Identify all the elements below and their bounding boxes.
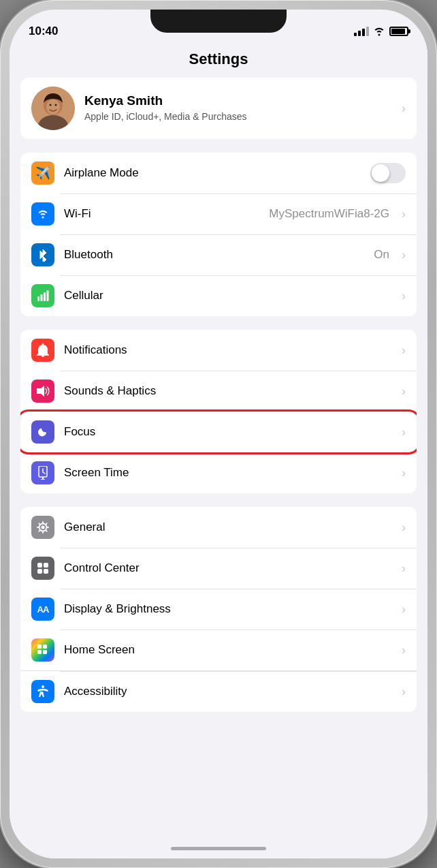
focus-label: Focus	[64, 425, 392, 439]
svg-rect-6	[37, 296, 39, 301]
notifications-section: Notifications › Sounds & Haptics ›	[20, 330, 417, 493]
airplane-toggle[interactable]	[370, 163, 406, 183]
notch	[150, 10, 287, 33]
wifi-label: Wi-Fi	[64, 207, 259, 221]
profile-row[interactable]: Kenya Smith Apple ID, iCloud+, Media & P…	[20, 78, 417, 139]
bluetooth-icon	[31, 243, 54, 266]
accessibility-row[interactable]: Accessibility ›	[20, 670, 417, 712]
cellular-icon	[31, 284, 54, 307]
battery-icon	[389, 27, 408, 36]
general-label: General	[64, 521, 392, 534]
profile-section: Kenya Smith Apple ID, iCloud+, Media & P…	[20, 78, 417, 139]
svg-point-5	[55, 104, 57, 106]
cellular-row[interactable]: Cellular ›	[20, 275, 417, 316]
focus-chevron: ›	[402, 425, 406, 439]
bluetooth-label: Bluetooth	[64, 248, 364, 262]
svg-point-3	[46, 99, 60, 114]
connectivity-section: ✈️ Airplane Mode Wi-Fi MySpectrumWiFia8-…	[20, 153, 417, 316]
phone-screen: 10:40 Settings	[10, 10, 427, 858]
screentime-icon	[31, 461, 54, 484]
svg-rect-16	[37, 563, 42, 568]
svg-rect-18	[37, 569, 42, 574]
notifications-label: Notifications	[64, 343, 392, 357]
control-center-row[interactable]: Control Center ›	[20, 548, 417, 589]
screentime-label: Screen Time	[64, 466, 392, 480]
screen-content[interactable]: Settings	[10, 44, 427, 858]
bluetooth-chevron: ›	[402, 248, 406, 262]
home-indicator	[171, 847, 266, 850]
svg-rect-19	[44, 569, 48, 574]
sounds-label: Sounds & Haptics	[64, 384, 392, 398]
bluetooth-value: On	[374, 248, 389, 262]
profile-chevron: ›	[402, 102, 406, 116]
display-chevron: ›	[402, 602, 406, 617]
status-time: 10:40	[29, 25, 58, 38]
wifi-icon	[373, 27, 385, 36]
control-center-label: Control Center	[64, 561, 392, 575]
home-screen-icon	[31, 638, 54, 662]
status-icons	[354, 27, 408, 36]
notifications-chevron: ›	[402, 343, 406, 358]
svg-rect-9	[47, 290, 49, 301]
svg-rect-21	[43, 645, 47, 649]
notifications-icon	[31, 339, 54, 362]
page-title: Settings	[10, 44, 427, 78]
accessibility-icon	[31, 680, 54, 703]
display-brightness-row[interactable]: AA Display & Brightness ›	[20, 589, 417, 630]
display-label: Display & Brightness	[64, 602, 392, 616]
wifi-row[interactable]: Wi-Fi MySpectrumWiFia8-2G ›	[20, 193, 417, 234]
cellular-chevron: ›	[402, 289, 406, 303]
profile-name: Kenya Smith	[84, 93, 392, 108]
general-icon	[31, 516, 54, 539]
screentime-row[interactable]: Screen Time ›	[20, 452, 417, 493]
wifi-chevron: ›	[402, 207, 406, 221]
accessibility-chevron: ›	[402, 685, 406, 699]
airplane-label: Airplane Mode	[64, 166, 361, 180]
phone-frame: 10:40 Settings	[0, 0, 437, 868]
home-screen-label: Home Screen	[64, 643, 392, 657]
svg-rect-22	[37, 650, 42, 654]
home-screen-row[interactable]: Home Screen ›	[20, 630, 417, 670]
sounds-chevron: ›	[402, 384, 406, 399]
profile-info: Kenya Smith Apple ID, iCloud+, Media & P…	[84, 93, 392, 123]
airplane-icon: ✈️	[31, 161, 54, 185]
svg-rect-8	[44, 292, 46, 301]
display-section: General › Control Center ›	[20, 507, 417, 712]
wifi-value: MySpectrumWiFia8-2G	[269, 207, 389, 221]
sounds-icon	[31, 379, 54, 403]
screentime-chevron: ›	[402, 466, 406, 480]
focus-row[interactable]: Focus ›	[20, 412, 417, 452]
bluetooth-row[interactable]: Bluetooth On ›	[20, 234, 417, 275]
wifi-settings-icon	[31, 202, 54, 226]
general-row[interactable]: General ›	[20, 507, 417, 548]
home-screen-chevron: ›	[402, 643, 406, 657]
svg-rect-7	[41, 294, 43, 301]
airplane-mode-row[interactable]: ✈️ Airplane Mode	[20, 153, 417, 193]
svg-rect-20	[37, 645, 42, 649]
avatar	[31, 87, 75, 130]
svg-rect-23	[43, 650, 47, 654]
control-center-chevron: ›	[402, 561, 406, 576]
svg-marker-10	[37, 386, 44, 397]
svg-point-24	[42, 685, 44, 688]
signal-icon	[354, 27, 369, 36]
general-chevron: ›	[402, 521, 406, 535]
svg-point-14	[42, 526, 45, 529]
svg-rect-17	[44, 563, 48, 568]
control-center-icon	[31, 557, 54, 580]
profile-subtitle: Apple ID, iCloud+, Media & Purchases	[84, 110, 392, 123]
sounds-row[interactable]: Sounds & Haptics ›	[20, 371, 417, 412]
display-icon: AA	[31, 598, 54, 621]
focus-icon	[31, 420, 54, 444]
svg-point-4	[50, 104, 52, 106]
cellular-label: Cellular	[64, 289, 392, 303]
accessibility-label: Accessibility	[64, 685, 392, 698]
notifications-row[interactable]: Notifications ›	[20, 330, 417, 371]
